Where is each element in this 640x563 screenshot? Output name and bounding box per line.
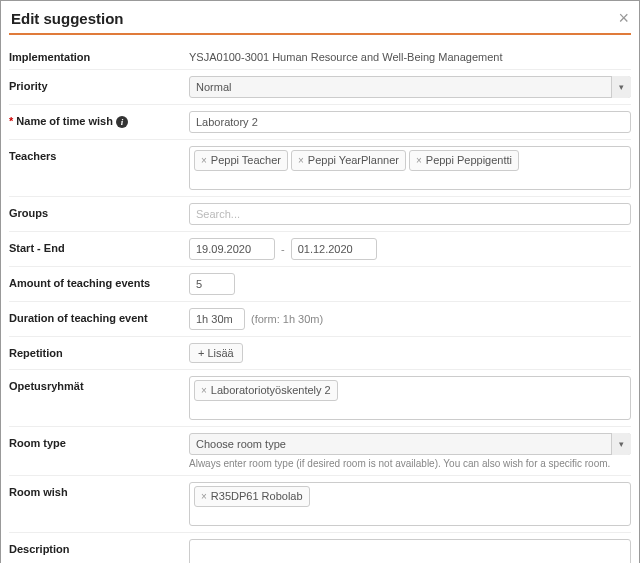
row-opetusryhmat: Opetusryhmät × Laboratoriotyöskentely 2 bbox=[9, 369, 631, 426]
row-repetition: Repetition + Lisää bbox=[9, 336, 631, 369]
label-room-wish: Room wish bbox=[9, 482, 189, 498]
remove-tag-icon[interactable]: × bbox=[416, 154, 422, 168]
room-wish-tagbox[interactable]: × R35DP61 Robolab bbox=[189, 482, 631, 526]
label-description: Description bbox=[9, 539, 189, 555]
remove-tag-icon[interactable]: × bbox=[298, 154, 304, 168]
row-implementation: Implementation YSJA0100-3001 Human Resou… bbox=[9, 41, 631, 69]
label-amount: Amount of teaching events bbox=[9, 273, 189, 289]
modal-title: Edit suggestion bbox=[11, 10, 124, 27]
room-wish-tag[interactable]: × R35DP61 Robolab bbox=[194, 486, 310, 507]
row-name: * Name of time wish i bbox=[9, 104, 631, 139]
row-duration: Duration of teaching event (form: 1h 30m… bbox=[9, 301, 631, 336]
implementation-value: YSJA0100-3001 Human Resource and Well-Be… bbox=[189, 47, 631, 63]
add-repetition-button[interactable]: + Lisää bbox=[189, 343, 243, 363]
duration-input[interactable] bbox=[189, 308, 245, 330]
label-room-type: Room type bbox=[9, 433, 189, 449]
name-input[interactable] bbox=[189, 111, 631, 133]
remove-tag-icon[interactable]: × bbox=[201, 384, 207, 398]
form-body: Implementation YSJA0100-3001 Human Resou… bbox=[1, 41, 639, 563]
opetusryhma-tag-label: Laboratoriotyöskentely 2 bbox=[211, 383, 331, 398]
label-name: * Name of time wish i bbox=[9, 111, 189, 128]
row-start-end: Start - End - bbox=[9, 231, 631, 266]
required-asterisk: * bbox=[9, 115, 13, 127]
teacher-tag-label: Peppi Peppigentti bbox=[426, 153, 512, 168]
row-description: Description bbox=[9, 532, 631, 563]
label-name-text: Name of time wish bbox=[16, 115, 113, 127]
amount-input[interactable] bbox=[189, 273, 235, 295]
room-type-select[interactable]: Choose room type bbox=[189, 433, 631, 455]
row-room-wish: Room wish × R35DP61 Robolab bbox=[9, 475, 631, 532]
modal-header: Edit suggestion × bbox=[1, 1, 639, 33]
close-icon[interactable]: × bbox=[618, 9, 629, 27]
row-groups: Groups bbox=[9, 196, 631, 231]
row-priority: Priority Normal ▾ bbox=[9, 69, 631, 104]
teacher-tag[interactable]: × Peppi YearPlanner bbox=[291, 150, 406, 171]
info-icon[interactable]: i bbox=[116, 116, 128, 128]
teacher-tag[interactable]: × Peppi Teacher bbox=[194, 150, 288, 171]
opetusryhmat-tagbox[interactable]: × Laboratoriotyöskentely 2 bbox=[189, 376, 631, 420]
header-rule bbox=[9, 33, 631, 35]
room-type-hint: Always enter room type (if desired room … bbox=[189, 458, 631, 469]
room-wish-tag-label: R35DP61 Robolab bbox=[211, 489, 303, 504]
opetusryhma-tag[interactable]: × Laboratoriotyöskentely 2 bbox=[194, 380, 338, 401]
label-teachers: Teachers bbox=[9, 146, 189, 162]
remove-tag-icon[interactable]: × bbox=[201, 154, 207, 168]
duration-hint: (form: 1h 30m) bbox=[251, 313, 323, 325]
end-date-input[interactable] bbox=[291, 238, 377, 260]
label-start-end: Start - End bbox=[9, 238, 189, 254]
priority-select-wrap[interactable]: Normal ▾ bbox=[189, 76, 631, 98]
label-implementation: Implementation bbox=[9, 47, 189, 63]
remove-tag-icon[interactable]: × bbox=[201, 490, 207, 504]
label-priority: Priority bbox=[9, 76, 189, 92]
label-repetition: Repetition bbox=[9, 343, 189, 359]
description-textarea[interactable] bbox=[189, 539, 631, 563]
add-repetition-label: Lisää bbox=[207, 347, 233, 359]
dash-icon: - bbox=[281, 243, 285, 255]
row-amount: Amount of teaching events bbox=[9, 266, 631, 301]
label-opetusryhmat: Opetusryhmät bbox=[9, 376, 189, 392]
date-range: - bbox=[189, 238, 631, 260]
room-type-select-wrap[interactable]: Choose room type ▾ bbox=[189, 433, 631, 455]
label-duration: Duration of teaching event bbox=[9, 308, 189, 324]
priority-select[interactable]: Normal bbox=[189, 76, 631, 98]
label-groups: Groups bbox=[9, 203, 189, 219]
row-teachers: Teachers × Peppi Teacher × Peppi YearPla… bbox=[9, 139, 631, 196]
start-date-input[interactable] bbox=[189, 238, 275, 260]
teacher-tag[interactable]: × Peppi Peppigentti bbox=[409, 150, 519, 171]
plus-icon: + bbox=[198, 347, 204, 359]
teacher-tag-label: Peppi YearPlanner bbox=[308, 153, 399, 168]
groups-search-input[interactable] bbox=[189, 203, 631, 225]
teacher-tag-label: Peppi Teacher bbox=[211, 153, 281, 168]
row-room-type: Room type Choose room type ▾ Always ente… bbox=[9, 426, 631, 475]
duration-wrap: (form: 1h 30m) bbox=[189, 308, 631, 330]
edit-suggestion-modal: Edit suggestion × Implementation YSJA010… bbox=[0, 0, 640, 563]
teachers-tagbox[interactable]: × Peppi Teacher × Peppi YearPlanner × Pe… bbox=[189, 146, 631, 190]
